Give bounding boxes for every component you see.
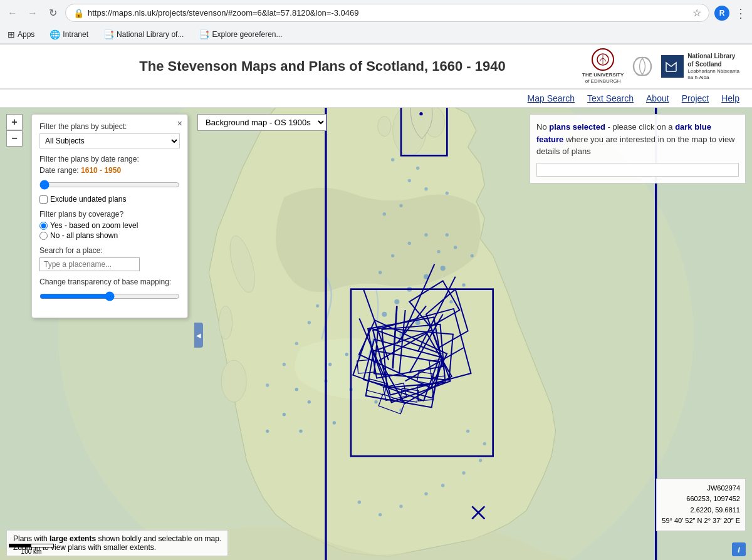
svg-point-62	[416, 167, 419, 170]
bookmark-apps-label: Apps	[18, 30, 34, 39]
svg-point-32	[308, 400, 311, 403]
svg-point-54	[479, 459, 482, 462]
svg-point-18	[441, 266, 446, 271]
svg-point-36	[333, 421, 336, 424]
svg-point-64	[424, 187, 427, 190]
filter-panel-close-button[interactable]: ×	[177, 118, 182, 128]
bookmark-georef[interactable]: 📑 Explore georeferen...	[196, 28, 285, 41]
scale-bar-container: 100 km	[9, 544, 54, 555]
coverage-yes-label: Yes - based on zoom level	[50, 221, 138, 230]
map-background-select[interactable]: Background map - OS 1900s Background map…	[197, 114, 326, 131]
site-nav: Map Search Text Search About Project Hel…	[0, 90, 752, 108]
transparency-label: Change transparency of base mapping:	[39, 277, 180, 286]
address-bar[interactable]: 🔒 https://maps.nls.uk/projects/stevenson…	[65, 4, 709, 22]
info-panel-text: No plans selected - please click on a da…	[536, 121, 739, 158]
coverage-no-radio[interactable]	[39, 232, 48, 240]
edinburgh-logo-text2: of EDINBURGH	[582, 78, 624, 85]
edinburgh-logo-circle	[592, 48, 614, 71]
coordinates-panel: JW602974 660253, 1097452 2.6220, 59.6811…	[656, 479, 746, 531]
svg-point-39	[408, 242, 411, 245]
coverage-filter-section: Filter plans by coverage? Yes - based on…	[39, 210, 180, 240]
coverage-yes-radio[interactable]	[39, 222, 48, 230]
dms-coords: 59° 40′ 52″ N 2° 37′ 20″ E	[662, 516, 740, 527]
svg-point-59	[379, 513, 382, 516]
scale-bar-graphic	[9, 544, 54, 547]
svg-point-56	[441, 484, 444, 487]
status-text-after: shown boldly and selectable on map.	[96, 534, 221, 543]
svg-point-65	[446, 192, 449, 195]
map-background-dropdown-container: Background map - OS 1900s Background map…	[197, 114, 326, 131]
bookmark-intranet-label: Intranet	[63, 30, 88, 39]
date-range-slider-min[interactable]	[39, 180, 180, 190]
edinburgh-logo-text1: THE UNIVERSITY	[582, 72, 624, 78]
bookmark-nls-label: National Library of...	[117, 30, 184, 39]
svg-point-44	[471, 254, 474, 257]
lock-icon: 🔒	[73, 8, 84, 18]
transparency-slider[interactable]	[39, 291, 180, 301]
info-search-input[interactable]	[536, 163, 739, 177]
svg-point-42	[446, 233, 449, 236]
lon-lat: 2.6220, 59.6811	[662, 505, 740, 516]
svg-point-11	[378, 117, 391, 137]
info-button[interactable]: i	[732, 542, 746, 556]
svg-point-46	[379, 271, 382, 274]
place-search-input[interactable]	[39, 257, 140, 271]
exclude-undated-label: Exclude undated plans	[50, 195, 126, 204]
collapse-arrow-icon: ◀	[196, 332, 201, 339]
nav-text-search[interactable]: Text Search	[587, 93, 634, 103]
nav-project[interactable]: Project	[682, 93, 709, 103]
bookmark-intranet[interactable]: 🌐 Intranet	[47, 28, 91, 41]
apps-icon: ⊞	[8, 29, 15, 39]
scale-label: 100 km	[9, 548, 54, 555]
browser-chrome: ← → ↻ 🔒 https://maps.nls.uk/projects/ste…	[0, 0, 752, 44]
zoom-in-button[interactable]: +	[6, 114, 23, 130]
svg-point-48	[308, 321, 311, 324]
intranet-icon: 🌐	[50, 29, 60, 39]
main-content: + − ◀ × Filter the plans by subject: All…	[0, 108, 752, 560]
subject-filter-label: Filter the plans by subject:	[39, 122, 180, 131]
coverage-no-option: No - all plans shown	[39, 231, 180, 240]
ahrc-logo	[631, 55, 654, 78]
date-range-text: Date range:	[39, 166, 81, 175]
bookmark-star-icon[interactable]: ☆	[692, 7, 701, 19]
nav-map-search[interactable]: Map Search	[528, 93, 575, 103]
refresh-button[interactable]: ↻	[45, 6, 60, 21]
bookmark-nls[interactable]: 📑 National Library of...	[101, 28, 186, 41]
nls-bookmark-icon: 📑	[103, 29, 114, 39]
svg-point-47	[316, 304, 319, 308]
map-container[interactable]: + − ◀ × Filter the plans by subject: All…	[0, 108, 752, 560]
exclude-undated-section: Exclude undated plans	[39, 195, 180, 204]
bookmarks-bar: ⊞ Apps 🌐 Intranet 📑 National Library of.…	[0, 26, 752, 44]
svg-point-41	[437, 250, 440, 253]
nls-logo-icon	[661, 55, 684, 78]
bookmark-georef-label: Explore georeferen...	[212, 30, 282, 39]
svg-point-58	[399, 505, 402, 508]
browser-menu-button[interactable]: ⋮	[734, 6, 747, 21]
svg-point-57	[424, 492, 427, 495]
map-zoom-controls: + −	[6, 114, 23, 147]
sidebar-collapse-handle[interactable]: ◀	[194, 323, 203, 348]
plans-selected-text: plans selected	[549, 122, 605, 132]
profile-avatar[interactable]: R	[714, 6, 729, 21]
nav-about[interactable]: About	[646, 93, 669, 103]
svg-point-35	[299, 430, 302, 433]
svg-point-61	[391, 158, 394, 161]
zoom-out-button[interactable]: −	[6, 130, 23, 147]
svg-point-14	[221, 360, 246, 402]
svg-point-31	[295, 388, 298, 391]
svg-point-66	[399, 204, 402, 207]
svg-point-33	[283, 413, 286, 416]
coverage-filter-label: Filter plans by coverage?	[39, 210, 180, 219]
place-search-section: Search for a place:	[39, 246, 180, 271]
forward-button[interactable]: →	[25, 6, 40, 21]
svg-point-13	[219, 306, 232, 339]
bookmark-apps[interactable]: ⊞ Apps	[5, 28, 37, 41]
back-button[interactable]: ←	[5, 6, 20, 21]
exclude-undated-checkbox[interactable]	[39, 195, 48, 204]
info-icon: i	[738, 545, 740, 554]
svg-point-49	[295, 342, 298, 345]
nls-logo: National Library of Scotland Leabharlann…	[661, 52, 739, 81]
date-range-values: 1610 - 1950	[81, 166, 121, 175]
subject-filter-select[interactable]: All Subjects	[39, 133, 180, 148]
nav-help[interactable]: Help	[721, 93, 739, 103]
